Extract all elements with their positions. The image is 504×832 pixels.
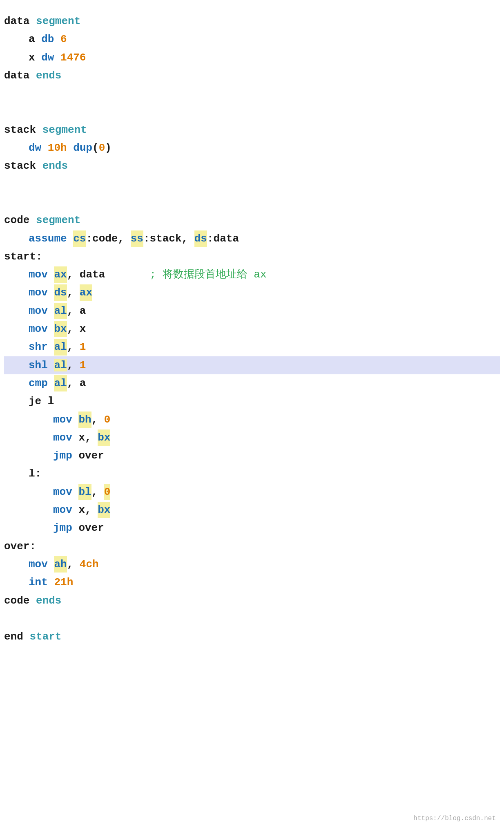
code-line: end start [4,628,500,646]
code-line: a db 6 [4,30,500,48]
code-token: over [72,447,104,464]
code-token: bl [78,484,91,500]
code-line: jmp over [4,519,500,537]
code-token [67,140,74,156]
code-editor: data segmenta db 6x dw 1476data ends sta… [4,8,500,650]
code-token: , [67,359,80,371]
code-token: : [207,230,214,247]
code-token: cmp [29,375,48,391]
code-token: l: [29,465,41,482]
code-token [29,212,36,228]
code-line: dw 10h dup(0) [4,139,500,157]
code-token: start: [4,248,42,265]
code-token: , a [67,375,86,391]
code-line: mov ax, data ; 将数据段首地址给 ax [4,266,500,284]
code-token: code [92,230,118,247]
code-token: x, [72,502,98,518]
code-token: cs [73,230,86,247]
code-token: 1476 [60,49,86,66]
code-token: shr [29,339,48,355]
code-line [4,193,500,211]
code-token [67,230,74,247]
code-token: mov [53,429,72,446]
code-token: shl [29,359,48,371]
code-token: mov [29,303,48,319]
code-token: bx [54,321,67,337]
code-line: shl al, 1 [4,356,500,374]
code-token: mov [29,556,48,573]
code-line: jmp over [4,447,500,465]
code-line [4,85,500,103]
code-token [36,122,42,138]
code-token: mov [29,284,48,301]
code-token: ds [194,230,207,247]
code-token: jmp [53,447,72,464]
code-token: ends [36,67,61,84]
code-token: ah [54,556,67,573]
code-line: assume cs:code, ss:stack, ds:data [4,230,500,248]
code-token: over [72,520,104,536]
code-token: data [4,13,29,29]
code-token: stack [4,158,36,174]
code-token: 0 [99,140,105,156]
code-token: al [54,339,67,355]
code-token [48,375,54,391]
code-token [48,339,54,355]
code-token: int [29,574,48,590]
code-line: shr al, 1 [4,338,500,356]
code-token [48,303,54,319]
code-line: data segment [4,12,500,30]
code-token: x, [72,429,98,446]
code-line: stack ends [4,157,500,175]
code-token [48,284,54,301]
code-token: code [4,593,29,609]
code-token: , [118,230,130,247]
code-token: a [29,31,35,47]
code-token: , x [67,321,86,337]
code-token [48,359,54,371]
code-token: stack [4,122,36,138]
code-token: ( [92,140,99,156]
code-token: 6 [60,31,67,47]
code-token: 1 [80,339,86,355]
code-token [72,412,79,428]
code-token: al [54,303,67,319]
code-line [4,175,500,193]
code-token: mov [53,484,72,500]
code-token: segment [36,212,80,228]
code-token: : [86,230,92,247]
code-token [54,31,60,47]
code-token: 1 [80,359,86,371]
code-token: ends [42,158,68,174]
code-line: mov bx, x [4,320,500,338]
code-token: je l [29,393,54,409]
code-line: l: [4,465,500,483]
code-token: dw [29,140,41,156]
code-token [48,321,54,337]
code-line: data ends [4,67,500,85]
code-token: , [91,412,104,428]
code-line: code segment [4,211,500,229]
code-token: data [4,67,29,84]
code-line: mov ah, 4ch [4,555,500,573]
code-token: bx [98,502,110,518]
code-token: ds [54,284,67,301]
watermark: https://blog.csdn.net [413,814,496,824]
code-token: db [41,31,54,47]
code-token [29,13,36,29]
code-token [29,67,36,84]
code-line: code ends [4,592,500,610]
code-token [29,593,36,609]
code-token [35,31,42,47]
code-token: 0 [104,412,111,428]
code-token: bh [78,412,91,428]
code-line: mov x, bx [4,429,500,447]
code-token: code [4,212,29,228]
code-line: mov al, a [4,302,500,320]
code-token: jmp [53,520,72,536]
code-token: 21h [54,574,73,590]
code-token: ) [105,140,112,156]
code-token: al [54,375,67,391]
code-token: x [29,49,35,66]
code-token: , data [67,266,150,283]
